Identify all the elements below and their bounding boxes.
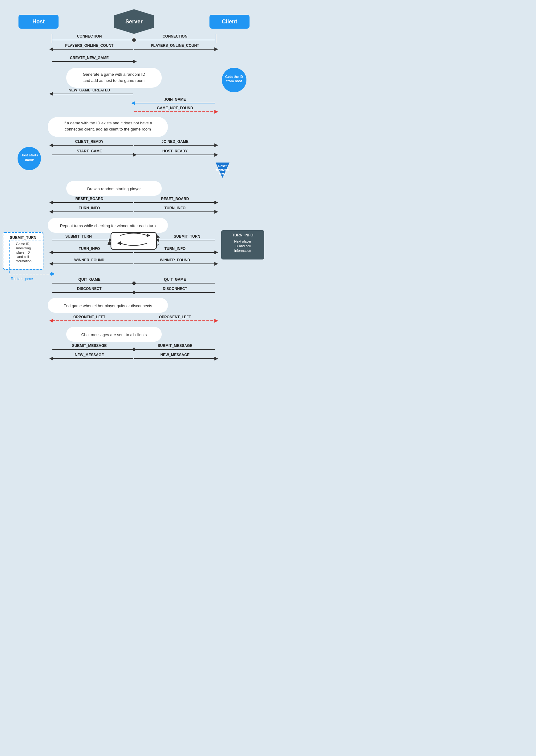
svg-marker-139	[215, 357, 218, 361]
svg-text:RESET_BOARD: RESET_BOARD	[76, 197, 104, 201]
svg-text:Gets the ID: Gets the ID	[225, 75, 243, 79]
svg-marker-7	[49, 47, 53, 51]
svg-text:Host starts: Host starts	[20, 153, 38, 157]
svg-text:frontend: frontend	[216, 168, 229, 172]
svg-marker-85	[49, 251, 53, 254]
svg-text:START_GAME: START_GAME	[77, 149, 102, 153]
svg-marker-43	[133, 153, 137, 157]
svg-marker-10	[215, 47, 218, 51]
svg-text:Next player: Next player	[234, 239, 251, 243]
svg-text:NEW_GAME_CREATED: NEW_GAME_CREATED	[69, 88, 110, 92]
svg-marker-114	[133, 291, 137, 294]
svg-marker-4	[131, 38, 135, 42]
server-header: Server	[114, 9, 154, 34]
svg-text:SUBMIT_TURN: SUBMIT_TURN	[10, 236, 36, 240]
svg-text:CONNECTION: CONNECTION	[77, 34, 102, 39]
svg-text:DISCONNECT: DISCONNECT	[77, 287, 102, 291]
svg-text:PLAYERS_ONLINE_COUNT: PLAYERS_ONLINE_COUNT	[151, 44, 200, 48]
svg-marker-22	[49, 92, 53, 96]
svg-marker-130	[133, 348, 137, 351]
svg-marker-13	[133, 60, 137, 63]
svg-text:WINNER_FOUND: WINNER_FOUND	[160, 258, 190, 262]
vline-server	[134, 34, 134, 43]
svg-text:information: information	[15, 259, 31, 263]
svg-text:RESET_BOARD: RESET_BOARD	[161, 197, 189, 201]
svg-text:HOST_READY: HOST_READY	[162, 149, 187, 153]
svg-marker-125	[215, 319, 218, 323]
svg-marker-61	[49, 210, 53, 214]
svg-text:SUBMIT_MESSAGE: SUBMIT_MESSAGE	[158, 343, 192, 348]
svg-marker-28	[215, 110, 218, 113]
svg-rect-66	[48, 218, 168, 233]
svg-rect-90	[221, 230, 264, 260]
svg-text:TURN_INFO: TURN_INFO	[232, 233, 253, 237]
header-row: Host Server Client	[0, 9, 268, 34]
svg-point-39	[17, 147, 41, 170]
svg-rect-127	[66, 327, 162, 342]
svg-marker-48	[216, 163, 229, 178]
svg-marker-108	[133, 281, 137, 285]
arrows-svg: CONNECTION CONNECTION PLAYERS_ONLINE_COU…	[0, 31, 268, 378]
svg-text:Draw a random starting player: Draw a random starting player	[87, 187, 141, 191]
svg-text:OPPONENT_LEFT: OPPONENT_LEFT	[159, 315, 191, 319]
svg-text:CLIENT_READY: CLIENT_READY	[75, 140, 104, 144]
svg-marker-64	[215, 210, 218, 214]
svg-marker-37	[215, 143, 218, 147]
svg-point-18	[222, 68, 247, 92]
svg-text:Repeat turns while checking fo: Repeat turns while checking for winner a…	[60, 224, 156, 228]
svg-text:state: state	[219, 173, 226, 176]
svg-text:SUBMIT_TURN: SUBMIT_TURN	[174, 234, 200, 238]
svg-text:from host: from host	[226, 79, 242, 83]
svg-text:PLAYERS_ONLINE_COUNT: PLAYERS_ONLINE_COUNT	[65, 44, 114, 48]
svg-text:Generate a game with a random : Generate a game with a random ID	[83, 72, 145, 77]
svg-marker-76	[109, 238, 113, 242]
svg-marker-117	[131, 291, 135, 294]
svg-text:connected client, add as clien: connected client, add as client to the g…	[65, 127, 151, 131]
svg-rect-119	[48, 298, 168, 313]
svg-text:and cell: and cell	[17, 255, 29, 259]
svg-text:QUIT_GAME: QUIT_GAME	[164, 277, 186, 282]
svg-marker-25	[131, 101, 135, 105]
svg-rect-52	[66, 181, 162, 196]
vline-client	[216, 34, 216, 43]
svg-rect-15	[66, 68, 162, 88]
svg-marker-55	[49, 201, 53, 205]
svg-marker-104	[51, 272, 55, 276]
svg-text:QUIT_GAME: QUIT_GAME	[78, 277, 100, 282]
svg-text:Game ID,: Game ID,	[16, 242, 30, 246]
svg-text:TURN_INFO: TURN_INFO	[79, 247, 100, 251]
svg-text:and add as host to the game ro: and add as host to the game room	[84, 78, 145, 83]
svg-marker-88	[215, 251, 218, 254]
svg-marker-122	[49, 319, 53, 323]
svg-text:submitting: submitting	[16, 246, 31, 250]
svg-marker-136	[49, 357, 53, 361]
svg-point-106	[50, 272, 53, 275]
svg-text:WINNER_FOUND: WINNER_FOUND	[74, 258, 104, 262]
svg-marker-82	[147, 234, 150, 237]
svg-marker-96	[49, 262, 53, 266]
svg-text:TURN_INFO: TURN_INFO	[79, 206, 100, 210]
svg-text:information: information	[234, 249, 251, 252]
svg-text:player ID: player ID	[16, 251, 30, 254]
client-header: Client	[210, 15, 250, 29]
svg-text:If a game with the ID exists a: If a game with the ID exists and it does…	[63, 121, 152, 125]
svg-marker-58	[215, 201, 218, 205]
svg-text:NEW_MESSAGE: NEW_MESSAGE	[160, 353, 190, 357]
diagram-container: Host Server Client CONNECTION CONNECTION…	[0, 0, 268, 52]
svg-text:NEW_MESSAGE: NEW_MESSAGE	[75, 353, 104, 357]
svg-text:TURN_INFO: TURN_INFO	[164, 206, 186, 210]
svg-text:Restart game: Restart game	[11, 277, 33, 281]
svg-text:CREATE_NEW_GAME: CREATE_NEW_GAME	[70, 56, 109, 60]
svg-text:SUBMIT_MESSAGE: SUBMIT_MESSAGE	[72, 343, 107, 348]
svg-text:game: game	[25, 158, 34, 161]
svg-text:OPPONENT_LEFT: OPPONENT_LEFT	[73, 315, 106, 319]
svg-marker-79	[155, 238, 159, 242]
svg-text:Reset: Reset	[218, 164, 227, 168]
svg-marker-133	[131, 348, 135, 351]
svg-rect-81	[111, 233, 156, 249]
svg-marker-99	[215, 262, 218, 266]
host-header: Host	[18, 15, 58, 29]
svg-marker-83	[117, 241, 121, 245]
svg-text:JOIN_GAME: JOIN_GAME	[164, 97, 186, 102]
svg-text:JOINED_GAME: JOINED_GAME	[161, 140, 188, 144]
